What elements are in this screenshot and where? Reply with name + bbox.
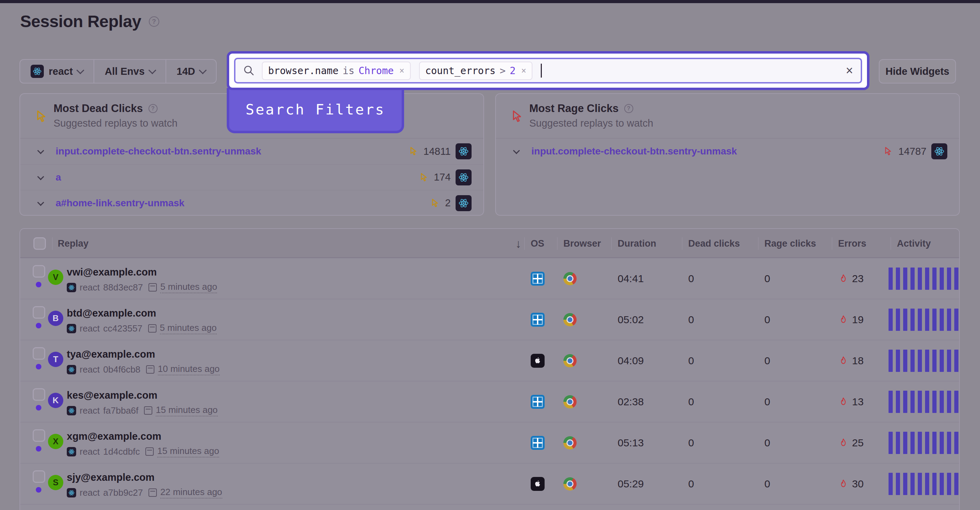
rage-clicks-value: 0: [758, 258, 832, 299]
clear-search-icon[interactable]: ×: [846, 64, 853, 77]
selector-link[interactable]: input.complete-checkout-btn.sentry-unmas…: [56, 146, 261, 157]
chrome-browser-icon: [563, 354, 577, 367]
table-row[interactable]: T tya@example.com react 0b4f6cb8 10 minu…: [20, 340, 959, 381]
replay-timestamp[interactable]: 15 minutes ago: [156, 405, 218, 416]
rage-clicks-value: 0: [758, 422, 832, 464]
token-remove-icon[interactable]: ×: [399, 66, 404, 75]
calendar-icon: [145, 447, 154, 456]
dead-click-cursor-icon: [419, 172, 429, 183]
windows-os-icon: [531, 395, 545, 409]
replay-id: cc423557: [103, 323, 143, 334]
expand-chevron-icon[interactable]: [37, 173, 44, 180]
avatar: B: [48, 311, 63, 326]
avatar: S: [48, 475, 63, 490]
column-header-duration[interactable]: Duration: [611, 229, 682, 258]
unread-indicator: [36, 323, 41, 328]
activity-bars: [889, 268, 958, 290]
replay-user-link[interactable]: sjy@example.com: [67, 472, 222, 483]
errors-value: 30: [852, 478, 864, 490]
expand-chevron-icon[interactable]: [513, 147, 520, 154]
table-row[interactable]: B btd@example.com react cc423557 5 minut…: [20, 299, 959, 340]
column-header-replay[interactable]: Replay: [51, 229, 524, 258]
project-name: react: [80, 446, 100, 457]
row-checkbox[interactable]: [33, 429, 45, 442]
column-header-browser[interactable]: Browser: [557, 229, 611, 258]
replay-timestamp[interactable]: 5 minutes ago: [160, 281, 217, 293]
selector-link[interactable]: a#home-link.sentry-unmask: [56, 198, 184, 209]
column-header-activity[interactable]: Activity: [891, 229, 960, 258]
errors-value: 13: [852, 396, 864, 408]
project-filter-button[interactable]: react: [20, 60, 94, 83]
table-row[interactable]: X xgm@example.com react 1d4cdbfc 15 minu…: [20, 422, 959, 464]
replay-user-link[interactable]: kes@example.com: [67, 390, 218, 401]
row-checkbox[interactable]: [33, 388, 45, 401]
expand-chevron-icon[interactable]: [37, 199, 44, 206]
errors-value: 19: [852, 314, 864, 326]
token-remove-icon[interactable]: ×: [521, 66, 526, 75]
project-filter-label: react: [49, 66, 73, 77]
column-header-errors[interactable]: Errors: [832, 229, 891, 258]
dead-clicks-value: 0: [682, 381, 758, 422]
fire-icon: [838, 355, 848, 366]
dead-clicks-value: 0: [682, 464, 758, 504]
chevron-down-icon: [148, 67, 156, 75]
calendar-icon: [148, 324, 156, 333]
select-all-checkbox[interactable]: [33, 237, 46, 250]
hide-widgets-button[interactable]: Hide Widgets: [879, 59, 956, 83]
search-input[interactable]: browser.name is Chrome × count_errors > …: [234, 58, 862, 83]
replay-user-link[interactable]: tya@example.com: [67, 349, 220, 360]
replay-timestamp[interactable]: 15 minutes ago: [157, 446, 219, 457]
mac-os-icon: [531, 354, 545, 368]
unread-indicator: [36, 364, 41, 370]
activity-bars: [889, 390, 958, 413]
search-token-count-errors[interactable]: count_errors > 2 ×: [419, 62, 533, 80]
date-range-filter-button[interactable]: 14D: [165, 60, 216, 83]
replay-timestamp[interactable]: 10 minutes ago: [158, 363, 220, 375]
table-row[interactable]: K kes@example.com react fa7bba6f 15 minu…: [20, 381, 959, 422]
environment-filter-button[interactable]: All Envs: [94, 60, 165, 83]
calendar-icon: [148, 488, 157, 497]
react-project-icon: [456, 169, 472, 185]
react-project-icon: [931, 143, 947, 159]
table-row[interactable]: V vwi@example.com react 88d3ec87 5 minut…: [20, 258, 959, 299]
row-checkbox[interactable]: [33, 265, 45, 277]
row-checkbox[interactable]: [33, 347, 45, 360]
replay-timestamp[interactable]: 5 minutes ago: [160, 322, 216, 334]
fire-icon: [838, 438, 848, 448]
selector-link[interactable]: a: [56, 172, 61, 183]
selector-link[interactable]: input.complete-checkout-btn.sentry-unmas…: [531, 146, 737, 157]
column-header-rage-clicks[interactable]: Rage clicks: [758, 229, 832, 258]
chrome-browser-icon: [563, 272, 577, 285]
unread-indicator: [36, 487, 41, 492]
project-name: react: [80, 488, 100, 498]
replay-user-link[interactable]: xgm@example.com: [67, 431, 219, 442]
search-token-browser-name[interactable]: browser.name is Chrome ×: [262, 62, 411, 80]
row-checkbox[interactable]: [33, 470, 45, 483]
calendar-icon: [148, 283, 157, 292]
dead-clicks-value: 0: [682, 299, 758, 340]
sort-descending-icon[interactable]: ↓: [515, 229, 521, 258]
fire-icon: [838, 273, 848, 284]
replay-user-link[interactable]: vwi@example.com: [67, 266, 217, 278]
help-icon[interactable]: ?: [624, 104, 633, 113]
unread-indicator: [36, 446, 41, 451]
row-checkbox[interactable]: [33, 306, 45, 319]
column-header-os[interactable]: OS: [524, 229, 557, 258]
chrome-browser-icon: [563, 395, 577, 408]
errors-value: 23: [852, 273, 864, 285]
replay-user-link[interactable]: btd@example.com: [67, 308, 216, 319]
dead-clicks-row: a#home-link.sentry-unmask 2: [20, 190, 484, 216]
replay-id: 1d4cdbfc: [103, 446, 140, 457]
rage-clicks-row: input.complete-checkout-btn.sentry-unmas…: [496, 139, 959, 164]
help-icon[interactable]: ?: [148, 104, 158, 113]
column-header-dead-clicks[interactable]: Dead clicks: [682, 229, 758, 258]
dead-clicks-row: input.complete-checkout-btn.sentry-unmas…: [20, 139, 484, 164]
dead-click-count: 174: [434, 172, 451, 183]
token-key: count_errors: [425, 65, 496, 76]
help-icon[interactable]: ?: [149, 16, 159, 27]
dead-clicks-value: 0: [682, 340, 758, 381]
table-row[interactable]: S sjy@example.com react a7bb9c27 22 minu…: [20, 464, 959, 504]
duration-value: 05:29: [611, 464, 682, 504]
replay-timestamp[interactable]: 22 minutes ago: [160, 487, 222, 499]
expand-chevron-icon[interactable]: [37, 147, 44, 154]
